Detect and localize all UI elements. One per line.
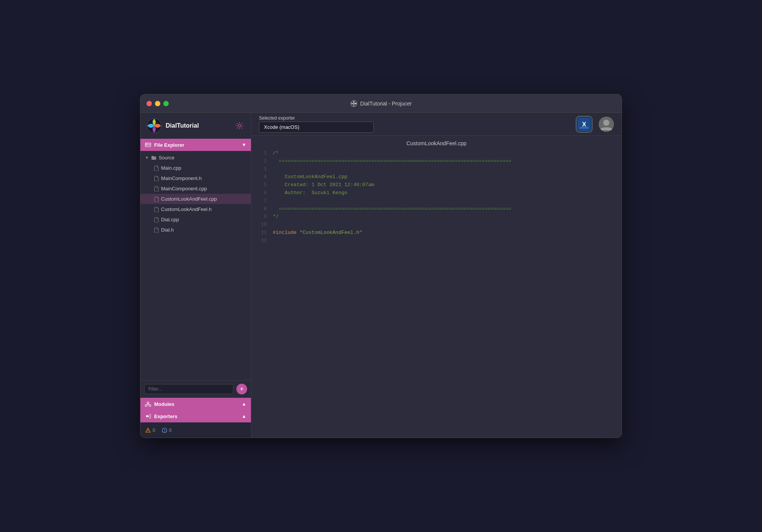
file-customlookandfeel-h[interactable]: CustomLookAndFeel.h (140, 204, 251, 214)
top-toolbar: Selected exporter Xcode (macOS) X (251, 113, 622, 136)
svg-point-8 (145, 405, 147, 407)
code-line-12: 12 (257, 237, 615, 245)
file-icon (154, 227, 159, 233)
svg-rect-6 (148, 146, 150, 146)
info-icon (161, 427, 168, 433)
warning-status: 0 (145, 427, 155, 433)
exporters-header[interactable]: Exporters ▲ (140, 410, 251, 422)
file-name: Dial.h (161, 227, 174, 233)
settings-button[interactable] (234, 120, 245, 131)
code-line-3: 3 (257, 165, 615, 174)
user-avatar[interactable] (599, 117, 614, 132)
file-name: CustomLookAndFeel.h (161, 206, 212, 212)
file-explorer-header[interactable]: File Explorer ▼ (140, 139, 251, 151)
modules-arrow: ▲ (242, 401, 246, 407)
right-panel: Selected exporter Xcode (macOS) X (251, 113, 622, 438)
exporter-select[interactable]: Xcode (macOS) (259, 122, 374, 133)
filter-input[interactable] (144, 384, 233, 394)
svg-point-13 (148, 431, 148, 431)
svg-point-7 (147, 402, 149, 404)
exporter-group: Selected exporter Xcode (macOS) (259, 115, 570, 133)
projucer-icon (350, 100, 357, 107)
code-line-4: 4 CustomLookAndFeel.cpp (257, 173, 615, 181)
status-bar: 0 0 (140, 422, 251, 438)
svg-point-22 (603, 120, 609, 126)
file-maincomponent-h[interactable]: MainComponent.h (140, 173, 251, 183)
avatar-icon (599, 117, 614, 132)
title-bar: DialTutorial - Projucer (140, 94, 622, 113)
file-explorer-arrow: ▼ (242, 142, 246, 148)
code-line-9: 9 */ (257, 213, 615, 221)
exporters-label: Exporters (154, 414, 239, 419)
sidebar: DialTutorial File Explorer (140, 113, 251, 438)
code-line-6: 6 Author: Suzuki Kengo (257, 189, 615, 197)
add-file-button[interactable]: + (236, 384, 247, 394)
svg-line-11 (148, 404, 149, 405)
sidebar-app-header: DialTutorial (140, 113, 251, 139)
exporter-select-wrapper: Xcode (macOS) (259, 122, 570, 133)
code-line-5: 5 Created: 1 Oct 2021 12:40:07am (257, 181, 615, 189)
filter-bar: + (140, 380, 251, 397)
bottom-sections: Modules ▲ Exporters ▲ (140, 397, 251, 422)
svg-line-10 (147, 404, 148, 405)
file-tree: ▼ Source Main.cpp (140, 151, 251, 380)
xcode-icon: X (576, 117, 592, 132)
file-name: Dial.cpp (161, 217, 179, 222)
warning-icon (145, 427, 151, 433)
file-name: CustomLookAndFeel.cpp (161, 196, 217, 202)
exporters-icon (145, 413, 151, 419)
file-dial-cpp[interactable]: Dial.cpp (140, 214, 251, 225)
window-title: DialTutorial - Projucer (360, 101, 412, 107)
modules-header[interactable]: Modules ▲ (140, 398, 251, 410)
file-icon (154, 186, 159, 191)
file-name: MainComponent.h (161, 175, 202, 181)
app-title: DialTutorial (166, 122, 230, 129)
svg-point-9 (149, 405, 151, 407)
file-maincomponent-cpp[interactable]: MainComponent.cpp (140, 183, 251, 194)
file-dial-h[interactable]: Dial.h (140, 225, 251, 235)
file-explorer-icon (145, 142, 151, 148)
file-icon (154, 196, 159, 202)
file-name: MainComponent.cpp (161, 186, 207, 191)
folder-chevron: ▼ (145, 156, 149, 160)
file-customlookandfeel-cpp[interactable]: CustomLookAndFeel.cpp (140, 194, 251, 204)
code-line-1: 1 /* (257, 149, 615, 157)
svg-point-2 (238, 125, 241, 127)
file-icon (154, 176, 159, 181)
svg-rect-20 (580, 127, 589, 128)
app-window: DialTutorial - Projucer DialTutorial (140, 94, 622, 438)
title-bar-content: DialTutorial - Projucer (350, 100, 412, 107)
file-icon (154, 207, 159, 212)
close-button[interactable] (147, 101, 152, 106)
main-layout: DialTutorial File Explorer (140, 113, 622, 438)
app-logo (147, 118, 162, 133)
file-icon (154, 165, 159, 171)
info-status: 0 (161, 427, 172, 433)
file-name: Main.cpp (161, 165, 181, 171)
code-line-8: 8 ======================================… (257, 205, 615, 213)
exporters-arrow: ▲ (242, 414, 246, 419)
source-folder[interactable]: ▼ Source (140, 152, 251, 163)
svg-point-16 (164, 429, 164, 429)
gear-icon (235, 122, 244, 130)
info-count: 0 (169, 428, 172, 433)
code-filename: CustomLookAndFeel.cpp (251, 136, 622, 149)
code-line-7: 7 (257, 197, 615, 205)
file-explorer-label: File Explorer (154, 142, 239, 148)
svg-rect-5 (148, 145, 150, 145)
svg-text:X: X (582, 121, 586, 128)
maximize-button[interactable] (163, 101, 169, 106)
minimize-button[interactable] (155, 101, 160, 106)
source-folder-label: Source (159, 155, 174, 161)
code-area[interactable]: CustomLookAndFeel.cpp 1 /* 2 ===========… (251, 136, 622, 438)
xcode-button[interactable]: X (576, 116, 593, 133)
code-line-2: 2 ======================================… (257, 157, 615, 165)
modules-label: Modules (154, 401, 239, 407)
modules-icon (145, 401, 151, 407)
file-main-cpp[interactable]: Main.cpp (140, 163, 251, 173)
svg-rect-4 (146, 145, 147, 146)
warning-count: 0 (153, 428, 155, 433)
code-editor[interactable]: 1 /* 2 =================================… (251, 149, 622, 253)
exporter-label: Selected exporter (259, 115, 570, 121)
folder-icon (151, 155, 156, 161)
